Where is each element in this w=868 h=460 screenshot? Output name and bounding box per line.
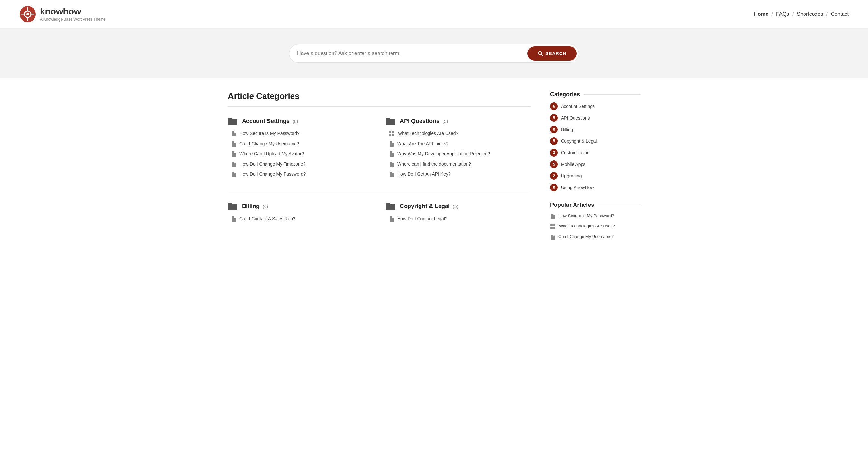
category-section-divider [228,192,531,192]
folder-icon-copyright-legal [386,202,395,211]
search-icon [538,51,543,56]
page-title: Article Categories [228,91,531,101]
category-count-account-settings: (6) [292,119,298,124]
doc-icon [550,235,555,240]
sidebar-item-copyright-legal[interactable]: 5 Copyright & Legal [550,137,640,145]
article-item[interactable]: How Do I Contact Legal? [389,216,531,222]
article-link[interactable]: How Do I Change My Timezone? [239,161,305,167]
nav-shortcodes[interactable]: Shortcodes [797,11,823,17]
article-item[interactable]: Why Was My Developer Application Rejecte… [389,151,531,157]
doc-icon [231,162,236,167]
article-link[interactable]: How Do I Get An API Key? [397,171,451,178]
article-item[interactable]: Can I Change My Username? [231,141,373,147]
sidebar-cat-label-account-settings[interactable]: Account Settings [561,104,595,109]
article-item[interactable]: How Secure Is My Password? [231,130,373,137]
popular-link-password[interactable]: How Secure Is My Password? [558,213,614,219]
folder-icon-api-questions [386,117,395,125]
popular-item-username[interactable]: Can I Change My Username? [550,234,640,240]
popular-item-password[interactable]: How Secure Is My Password? [550,213,640,219]
article-link[interactable]: Where can I find the documentation? [397,161,471,167]
badge-using-knowhow: 6 [550,184,558,191]
article-item[interactable]: How Do I Change My Password? [231,171,373,178]
main-nav: Home / FAQs / Shortcodes / Contact [754,11,849,17]
article-item[interactable]: How Do I Get An API Key? [389,171,531,178]
search-input[interactable] [297,51,527,56]
sidebar-cat-label-mobile-apps[interactable]: Mobile Apps [561,162,585,167]
article-link[interactable]: Can I Contact A Sales Rep? [239,216,296,222]
badge-mobile-apps: 5 [550,160,558,168]
category-header-api-questions: API Questions (5) [386,117,531,125]
sidebar-item-using-knowhow[interactable]: 6 Using KnowHow [550,184,640,191]
badge-account-settings: 6 [550,102,558,110]
logo-prefix: know [40,6,63,17]
nav-sep-1: / [772,11,773,17]
article-link[interactable]: What Technologies Are Used? [398,130,458,137]
search-button[interactable]: SEARCH [527,47,577,61]
article-list-billing: Can I Contact A Sales Rep? [231,216,373,222]
category-billing: Billing (6) Can I Contact A Sales Rep? [228,202,373,226]
sidebar-item-customization[interactable]: 3 Customization [550,149,640,157]
sidebar-item-account-settings[interactable]: 6 Account Settings [550,102,640,110]
nav-contact[interactable]: Contact [831,11,849,17]
svg-line-8 [541,55,542,56]
sidebar-cat-label-upgrading[interactable]: Upgrading [561,173,582,179]
svg-rect-10 [392,131,394,133]
svg-rect-9 [389,131,392,133]
doc-icon [389,162,394,167]
category-count-api-questions: (5) [442,119,448,124]
badge-upgrading: 2 [550,172,558,180]
category-api-questions: API Questions (5) What Technologies Are … [386,117,531,181]
sidebar-item-mobile-apps[interactable]: 5 Mobile Apps [550,160,640,168]
sidebar-cat-label-customization[interactable]: Customization [561,150,590,155]
svg-rect-11 [389,134,392,136]
popular-link-technologies[interactable]: What Technologies Are Used? [559,223,615,229]
article-item[interactable]: How Do I Change My Timezone? [231,161,373,167]
article-link[interactable]: Where Can I Upload My Avatar? [239,151,304,157]
article-list-api-questions: What Technologies Are Used? What Are The… [389,130,531,178]
nav-sep-3: / [826,11,828,17]
folder-icon-account-settings [228,117,238,125]
search-banner: SEARCH [0,29,868,78]
article-list-account-settings: How Secure Is My Password? Can I Change … [231,130,373,178]
article-link[interactable]: How Do I Contact Legal? [397,216,447,222]
svg-rect-14 [553,224,555,226]
popular-item-technologies[interactable]: What Technologies Are Used? [550,223,640,229]
sidebar-item-api-questions[interactable]: 5 API Questions [550,114,640,122]
article-item[interactable]: Where Can I Upload My Avatar? [231,151,373,157]
logo[interactable]: knowhow A Knowledge Base WordPress Theme [19,6,106,23]
nav-faqs[interactable]: FAQs [776,11,789,17]
article-link[interactable]: Can I Change My Username? [239,141,299,147]
doc-icon [231,142,236,147]
article-link[interactable]: Why Was My Developer Application Rejecte… [397,151,490,157]
svg-rect-15 [550,227,553,229]
nav-home[interactable]: Home [754,11,768,17]
category-header-copyright-legal: Copyright & Legal (5) [386,202,531,211]
categories-grid: Account Settings (6) How Secure Is My Pa… [228,117,531,181]
article-item[interactable]: What Are The API Limits? [389,141,531,147]
popular-link-username[interactable]: Can I Change My Username? [558,234,614,240]
sidebar-item-upgrading[interactable]: 2 Upgrading [550,172,640,180]
badge-api-questions: 5 [550,114,558,122]
sidebar-cat-label-api-questions[interactable]: API Questions [561,115,590,121]
article-item[interactable]: What Technologies Are Used? [389,130,531,137]
doc-icon [389,151,394,157]
sidebar-cat-label-billing[interactable]: Billing [561,127,573,132]
search-button-label: SEARCH [546,51,566,56]
category-title-billing: Billing (6) [242,203,268,210]
doc-icon [389,142,394,147]
category-title-account-settings: Account Settings (6) [242,118,298,125]
categories-grid-row2: Billing (6) Can I Contact A Sales Rep? [228,202,531,226]
article-link[interactable]: What Are The API Limits? [397,141,448,147]
article-link[interactable]: How Secure Is My Password? [239,130,300,137]
sidebar-cat-label-using-knowhow[interactable]: Using KnowHow [561,185,594,190]
category-count-billing: (6) [262,204,268,209]
sidebar-item-billing[interactable]: 6 Billing [550,126,640,133]
svg-rect-16 [553,227,555,229]
sidebar-popular-list: How Secure Is My Password? What Technolo… [550,213,640,240]
article-item[interactable]: Can I Contact A Sales Rep? [231,216,373,222]
doc-icon [231,216,236,222]
doc-icon [389,216,394,222]
article-item[interactable]: Where can I find the documentation? [389,161,531,167]
article-link[interactable]: How Do I Change My Password? [239,171,306,178]
sidebar-cat-label-copyright-legal[interactable]: Copyright & Legal [561,139,597,144]
